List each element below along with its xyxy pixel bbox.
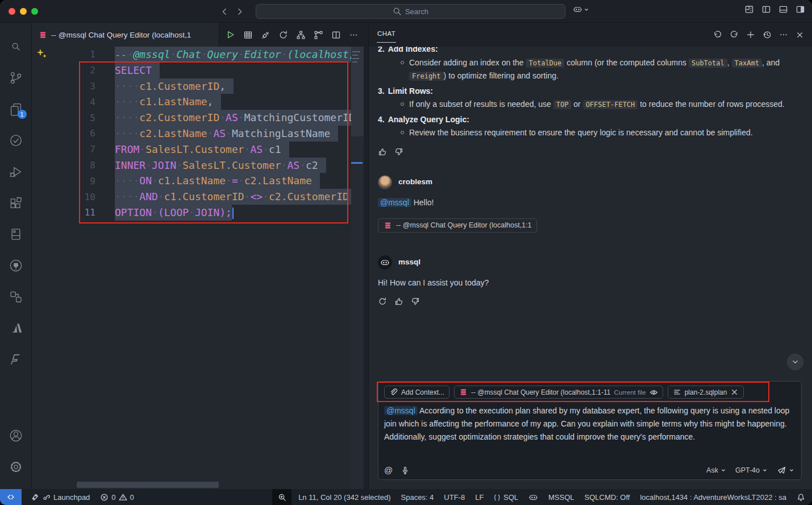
split-editor-icon[interactable]	[331, 30, 341, 40]
problems-status-item[interactable]: 0 0	[100, 493, 134, 502]
chat-input-box[interactable]: Add Context...-- @mssql Chat Query Edito…	[378, 381, 802, 480]
query-plan-icon[interactable]	[296, 30, 306, 40]
nav-forward-button[interactable]	[233, 5, 247, 18]
settings-icon	[9, 460, 23, 474]
thumbs-up-icon[interactable]	[394, 297, 403, 306]
tab-chat[interactable]: CHAT	[377, 27, 396, 43]
redo-icon[interactable]	[730, 30, 739, 39]
language-status-item[interactable]: { }SQL	[494, 493, 518, 502]
avatar	[378, 175, 392, 189]
chat-panel: CHAT 2.Add Indexes:Consider adding an in…	[368, 23, 812, 489]
customize-layout-button[interactable]	[744, 5, 754, 14]
copilot-menu[interactable]	[573, 5, 589, 14]
connection-status-item[interactable]: localhost,1434 : AdventureWorksLT2022 : …	[640, 493, 786, 502]
code-editor[interactable]: 1--·@mssql·Chat·Query·Editor·(localhost,…	[32, 47, 368, 489]
context-chip-add-context-[interactable]: Add Context...	[384, 386, 449, 399]
more-actions-icon[interactable]	[349, 30, 359, 40]
thumbs-up-icon[interactable]	[378, 147, 387, 156]
minimap-slider[interactable]	[351, 47, 364, 136]
toggle-secondary-sidebar-button[interactable]	[796, 5, 805, 14]
activity-item-extensions[interactable]	[0, 187, 32, 218]
more-actions-icon[interactable]	[779, 30, 788, 39]
chevron-down-icon	[791, 358, 799, 366]
actual-plan-icon[interactable]	[314, 30, 323, 40]
copilot-icon	[528, 492, 538, 502]
remove-chip-icon[interactable]	[730, 388, 739, 396]
minimap-selection-marker	[351, 162, 363, 164]
line-content: --·@mssql·Chat·Query·Editor·(localhost,1…	[95, 47, 368, 63]
eye-icon[interactable]	[649, 388, 658, 396]
new-chat-icon[interactable]	[746, 30, 755, 39]
message-attachment-chip[interactable]: -- @mssql Chat Query Editor (localhost,1…	[378, 218, 537, 233]
close-window-button[interactable]	[9, 8, 15, 15]
encoding-status-item[interactable]: UTF-8	[444, 493, 465, 502]
inline-code: TotalDue	[526, 59, 564, 68]
assistant-list-item: 2.Add Indexes:Consider adding an index o…	[378, 47, 802, 83]
activity-item-search[interactable]	[0, 31, 32, 62]
activity-item-run-debug[interactable]	[0, 156, 32, 187]
microphone-icon[interactable]	[401, 466, 410, 475]
run-query-icon[interactable]	[225, 30, 235, 40]
results-grid-icon[interactable]	[243, 30, 253, 40]
launchpad-status-item[interactable]: Launchpad	[31, 493, 90, 502]
assistant-list-item: 4.Analyze Query Logic:Review the busines…	[378, 113, 802, 139]
editor-chat-sash[interactable]	[364, 47, 368, 489]
error-icon	[100, 493, 109, 502]
line-number: 5	[32, 113, 95, 123]
zoom-in-icon	[278, 493, 286, 502]
history-icon[interactable]	[763, 30, 772, 39]
minimize-window-button[interactable]	[20, 8, 27, 15]
indentation-status-item[interactable]: Spaces: 4	[401, 493, 434, 502]
toggle-panel-button[interactable]	[778, 5, 788, 14]
bullet-text: Review the business requirement to ensur…	[409, 126, 753, 139]
context-chip-plan-2-sqlplan[interactable]: plan-2.sqlplan	[668, 386, 744, 399]
sqlcmd-status-item[interactable]: SQLCMD: Off	[585, 493, 630, 502]
zoom-status-item[interactable]	[272, 489, 292, 505]
mode-dropdown[interactable]: Ask	[706, 466, 726, 474]
command-center-search[interactable]: Search	[256, 4, 565, 19]
remote-indicator[interactable]	[0, 489, 22, 505]
mssql-status-item[interactable]: MSSQL	[548, 493, 574, 502]
minimap[interactable]	[351, 47, 364, 489]
chat-panel-header: CHAT	[369, 23, 812, 47]
undo-icon[interactable]	[713, 30, 722, 39]
estimated-plan-icon[interactable]	[278, 30, 288, 40]
chat-input-text[interactable]: @mssql According to the execution plan s…	[384, 404, 796, 444]
back-icon	[219, 7, 229, 16]
model-dropdown[interactable]: GPT-4o	[735, 466, 768, 474]
copilot-status-item[interactable]	[528, 492, 538, 502]
disconnect-icon[interactable]	[261, 30, 270, 40]
accounts-icon	[9, 429, 23, 442]
notifications-status-item[interactable]	[797, 493, 805, 502]
code-line: 3····c1.CustomerID,	[32, 78, 351, 94]
line-content: ····c2.LastName·AS·MatchingLastName	[95, 126, 351, 142]
activity-item-accounts[interactable]	[0, 420, 32, 451]
activity-item-explorer-copy[interactable]: 1	[0, 93, 32, 125]
mention-button[interactable]: @	[384, 465, 393, 475]
toggle-primary-sidebar-button[interactable]	[761, 5, 771, 14]
activity-item-source-control[interactable]	[0, 62, 32, 93]
send-button[interactable]	[777, 465, 794, 475]
cursor-position-status-item[interactable]: Ln 11, Col 20 (342 selected)	[298, 493, 390, 502]
thumbs-down-icon[interactable]	[411, 297, 420, 306]
context-chip--mssql-chat-query-editor[interactable]: -- @mssql Chat Query Editor (localhost,1…	[454, 386, 663, 399]
line-content: INNER·JOIN·SalesLT.Customer·AS·c2	[95, 158, 351, 173]
activity-item-settings[interactable]	[0, 451, 32, 482]
regenerate-icon[interactable]	[378, 297, 387, 306]
activity-item-query-history[interactable]	[0, 125, 32, 156]
activity-item-connections[interactable]	[0, 281, 32, 312]
nav-back-button[interactable]	[217, 5, 231, 18]
activity-item-database-projects[interactable]	[0, 218, 32, 250]
activity-item-azure[interactable]	[0, 312, 32, 343]
close-panel-icon[interactable]	[796, 30, 804, 39]
line-content: ····AND·c1.CustomerID·<>·c2.CustomerID	[95, 189, 357, 205]
eol-status-item[interactable]: LF	[475, 493, 484, 502]
activity-item-flyway[interactable]	[0, 343, 32, 375]
scroll-to-bottom-button[interactable]	[787, 354, 803, 370]
mention-pill[interactable]: @mssql	[378, 198, 411, 207]
thumbs-down-icon[interactable]	[394, 147, 403, 156]
tab-mssql-chat-query-editor[interactable]: -- @mssql Chat Query Editor (localhost,1	[32, 23, 219, 47]
horizontal-scrollbar[interactable]	[77, 482, 219, 488]
activity-item-github[interactable]	[0, 250, 32, 281]
zoom-window-button[interactable]	[31, 8, 38, 15]
